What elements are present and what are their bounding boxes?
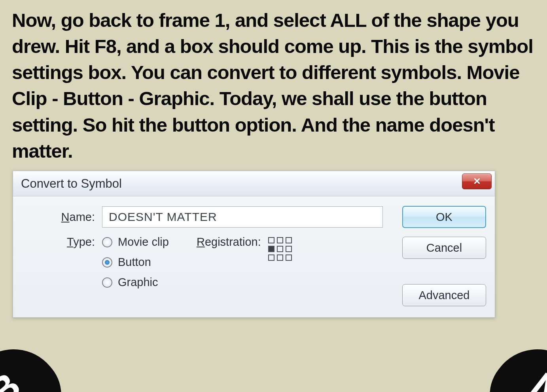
registration-label-rest: egistration:: [205, 236, 261, 248]
registration-label-accel: R: [197, 236, 205, 248]
radio-label: Movie clip: [118, 236, 169, 249]
name-label: Name:: [29, 211, 102, 224]
reg-point-bl[interactable]: [268, 254, 274, 261]
type-radio-group: Movie clip Button Graphic: [102, 236, 169, 289]
reg-point-tc[interactable]: [277, 237, 283, 243]
advanced-button[interactable]: Advanced: [402, 284, 486, 306]
badge-letter: B: [0, 364, 29, 392]
reg-point-tl[interactable]: [268, 237, 274, 243]
close-icon: ✕: [473, 176, 481, 187]
name-label-accel: N: [61, 211, 70, 223]
radio-icon: [102, 277, 112, 288]
tutorial-instruction-text: Now, go back to frame 1, and select ALL …: [0, 0, 547, 168]
corner-badge-right: N: [473, 330, 547, 392]
radio-icon: [102, 257, 112, 268]
symbol-name-input[interactable]: [102, 206, 383, 228]
radio-label: Graphic: [118, 276, 158, 289]
reg-point-br[interactable]: [286, 254, 292, 261]
type-option-graphic[interactable]: Graphic: [102, 276, 169, 289]
registration-grid[interactable]: [268, 237, 292, 261]
type-option-movie-clip[interactable]: Movie clip: [102, 236, 169, 249]
ok-button[interactable]: OK: [402, 206, 486, 228]
name-label-rest: ame:: [70, 211, 95, 223]
badge-letter: N: [523, 364, 547, 392]
type-label-accel: T: [67, 236, 73, 248]
reg-point-mc[interactable]: [277, 246, 283, 252]
registration-block: Registration:: [197, 236, 292, 261]
type-label: Type:: [29, 236, 102, 249]
registration-label: Registration:: [197, 236, 261, 249]
dialog-button-column: OK Cancel Advanced: [402, 206, 486, 306]
convert-to-symbol-dialog: Convert to Symbol ✕ Name: Type: Movie cl…: [13, 171, 495, 318]
dialog-title: Convert to Symbol: [21, 177, 491, 191]
close-button[interactable]: ✕: [462, 173, 492, 189]
radio-icon: [102, 237, 112, 247]
dialog-titlebar[interactable]: Convert to Symbol ✕: [13, 171, 495, 196]
type-option-button[interactable]: Button: [102, 256, 169, 269]
reg-point-tr[interactable]: [286, 237, 292, 243]
type-label-rest: ype:: [73, 236, 95, 248]
cancel-button[interactable]: Cancel: [402, 237, 486, 259]
radio-label: Button: [118, 256, 151, 269]
reg-point-mr[interactable]: [286, 246, 292, 252]
reg-point-ml[interactable]: [268, 246, 274, 252]
corner-badge-left: B: [0, 330, 78, 392]
reg-point-bc[interactable]: [277, 254, 283, 261]
